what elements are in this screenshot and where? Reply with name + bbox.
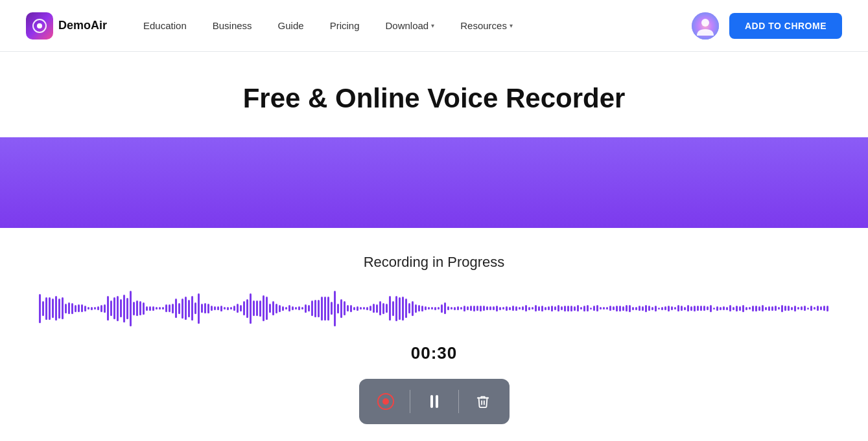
waveform-bar [697, 306, 699, 311]
waveform-bar [110, 300, 112, 316]
waveform-bar [781, 305, 783, 312]
waveform-bar [366, 307, 368, 310]
nav-guide[interactable]: Guide [268, 15, 314, 36]
waveform-bar [369, 306, 371, 311]
waveform-bar [710, 305, 712, 312]
waveform-bar [635, 307, 637, 310]
logo-link[interactable]: DemoAir [26, 12, 107, 40]
waveform-bar [561, 306, 563, 310]
waveform-bar [395, 296, 397, 321]
waveform-bar [55, 296, 57, 321]
waveform-bar [379, 301, 381, 315]
waveform-bar [749, 307, 751, 310]
pause-bar-left [430, 395, 433, 408]
waveform-bar [441, 304, 443, 313]
logo-text: DemoAir [58, 19, 107, 32]
waveform-bar [817, 306, 819, 311]
waveform-bar [788, 306, 790, 311]
waveform-bar [616, 306, 618, 311]
waveform-bar [457, 306, 459, 310]
logo-ring [32, 19, 47, 33]
nav-education[interactable]: Education [133, 15, 197, 36]
waveform-bar [194, 302, 196, 314]
waveform-bar [117, 296, 119, 321]
waveform-bar [807, 308, 809, 310]
waveform-bar [603, 307, 605, 310]
waveform-bar [389, 296, 391, 321]
controls-divider-1 [410, 390, 410, 413]
waveform-bar [357, 306, 358, 311]
waveform-bar [301, 307, 303, 310]
nav-business[interactable]: Business [202, 15, 263, 36]
waveform-bar [373, 304, 375, 313]
waveform-bar [687, 305, 689, 311]
waveform-bar [489, 306, 491, 310]
nav-right: ADD TO CHROME [692, 12, 842, 40]
waveform-bar [609, 306, 611, 311]
waveform-bar [259, 300, 261, 317]
waveform-bar [820, 306, 822, 310]
pause-button[interactable] [418, 385, 451, 418]
waveform-bar [347, 305, 349, 311]
waveform-bar [496, 306, 498, 311]
waveform-bar [784, 306, 786, 311]
waveform-bar [334, 291, 336, 326]
waveform-bar [463, 306, 465, 311]
purple-banner [0, 137, 868, 228]
waveform-bar [658, 308, 660, 310]
waveform-bar [324, 297, 326, 321]
timer-display: 00:30 [411, 343, 458, 363]
waveform-bar [276, 304, 277, 313]
waveform-bar [716, 306, 718, 311]
waveform-bar [476, 306, 478, 311]
waveform-bar [723, 306, 725, 310]
waveform-bar [75, 305, 76, 312]
waveform-bar [671, 306, 673, 310]
waveform-bar [804, 306, 806, 311]
waveform-bar [707, 306, 709, 310]
waveform-bar [139, 301, 141, 315]
nav-resources[interactable]: Resources ▾ [450, 15, 523, 36]
waveform-bar [629, 305, 631, 312]
waveform-bar [545, 307, 546, 310]
nav-pricing[interactable]: Pricing [320, 15, 370, 36]
waveform-bar [519, 307, 521, 310]
waveform-bar [512, 306, 514, 311]
waveform-bar [49, 297, 51, 320]
waveform-bar [674, 307, 676, 310]
waveform-bar [522, 306, 524, 310]
waveform-bar [460, 307, 462, 310]
recording-status: Recording in Progress [364, 254, 505, 271]
waveform-bar [778, 307, 780, 310]
logo-icon [26, 12, 53, 40]
waveform-bar [632, 307, 634, 310]
controls-divider-2 [458, 390, 459, 413]
waveform-bar [434, 307, 436, 310]
avatar-button[interactable] [692, 12, 719, 40]
waveform-bar [794, 306, 796, 311]
waveform-bar [146, 306, 148, 311]
waveform-bar [570, 306, 572, 311]
waveform-bar [353, 307, 355, 310]
waveform-bar [827, 306, 828, 311]
stop-button[interactable] [369, 385, 402, 418]
waveform-bar [554, 306, 556, 310]
waveform-bar [220, 306, 222, 311]
svg-point-1 [701, 19, 709, 27]
waveform-bar [84, 306, 86, 311]
waveform-bar [771, 306, 773, 311]
waveform-bar [363, 307, 365, 310]
waveform-bar [535, 305, 537, 311]
waveform-bar [755, 306, 757, 311]
waveform-bar [201, 304, 203, 313]
waveform-bar [285, 307, 287, 310]
nav-download[interactable]: Download ▾ [375, 15, 445, 36]
delete-button[interactable] [467, 385, 499, 418]
waveform-bar [136, 300, 138, 316]
waveform-bar [532, 307, 534, 310]
waveform-bar [528, 307, 530, 310]
waveform-bar [480, 306, 482, 311]
waveform-bar [94, 307, 96, 310]
add-to-chrome-button[interactable]: ADD TO CHROME [729, 13, 842, 39]
waveform-bar [295, 307, 297, 310]
